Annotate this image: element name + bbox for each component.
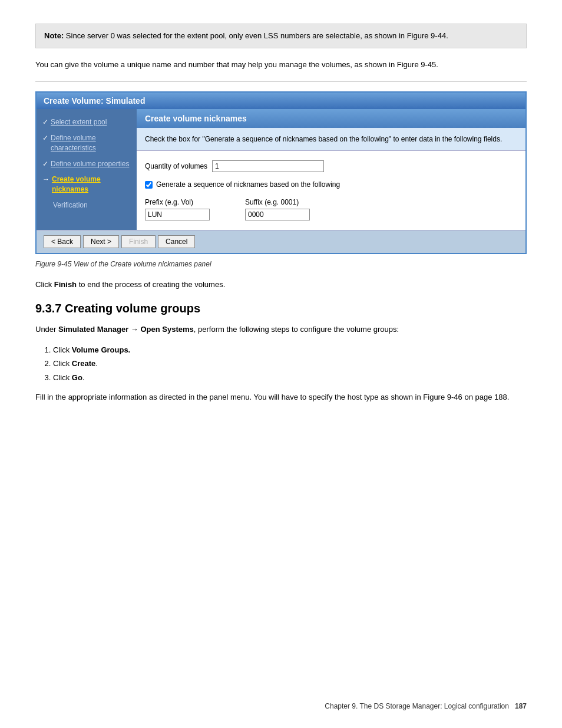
wizard-footer: < Back Next > Finish Cancel <box>37 230 525 253</box>
wizard-body: ✓ Select extent pool ✓ Define volume cha… <box>37 109 525 230</box>
sidebar-item-verification: Verification <box>42 200 131 210</box>
quantity-input[interactable] <box>212 160 324 172</box>
suffix-label: Suffix (e.g. 0001) <box>245 198 310 206</box>
sidebar-item-define-characteristics[interactable]: ✓ Define volume characteristics <box>42 133 131 153</box>
suffix-group: Suffix (e.g. 0001) <box>245 198 310 220</box>
step2-bold: Create <box>72 359 95 368</box>
prefix-label: Prefix (e.g. Vol) <box>145 198 210 206</box>
section-intro: Under Simulated Manager → Open Systems, … <box>35 324 527 336</box>
arrow-icon: → <box>42 174 49 185</box>
generate-sequence-checkbox[interactable] <box>145 181 153 189</box>
content-description: Check the box for "Generate a sequence o… <box>137 128 525 151</box>
sidebar-item-define-properties[interactable]: ✓ Define volume properties <box>42 159 131 169</box>
figure-caption: Figure 9-45 View of the Create volume ni… <box>35 260 527 268</box>
wizard-sidebar: ✓ Select extent pool ✓ Define volume cha… <box>37 109 137 230</box>
sidebar-item-create-nicknames[interactable]: → Create volume nicknames <box>42 174 131 195</box>
click-finish-bold: Finish <box>54 280 77 289</box>
section-title: Creating volume groups <box>65 302 200 315</box>
wizard-content-area: Create volume nicknames Check the box fo… <box>137 109 525 230</box>
sidebar-link-define-properties[interactable]: Define volume properties <box>51 159 129 169</box>
page-footer: Chapter 9. The DS Storage Manager: Logic… <box>325 702 527 710</box>
steps-list: Click Volume Groups. Click Create. Click… <box>53 343 527 384</box>
sidebar-link-select-extent-pool[interactable]: Select extent pool <box>51 117 107 127</box>
sidebar-label-verification: Verification <box>53 200 88 210</box>
click-finish-prefix: Click <box>35 280 54 289</box>
back-button[interactable]: < Back <box>44 235 81 248</box>
step3-bold: Go <box>72 373 82 382</box>
list-item-3: Click Go. <box>53 371 527 384</box>
checkbox-row[interactable]: Generate a sequence of nicknames based o… <box>145 180 517 189</box>
content-header: Create volume nicknames <box>137 109 525 128</box>
section-intro-text: Under <box>35 325 58 334</box>
checkbox-label: Generate a sequence of nicknames based o… <box>156 180 340 189</box>
section-intro-rest: , perform the following steps to configu… <box>194 325 399 334</box>
content-form: Quantity of volumes Generate a sequence … <box>137 151 525 230</box>
finish-button[interactable]: Finish <box>121 235 156 248</box>
sidebar-link-create-nicknames[interactable]: Create volume nicknames <box>52 174 131 195</box>
fill-text: Fill in the appropriate information as d… <box>35 391 527 404</box>
section-heading: 9.3.7 Creating volume groups <box>35 302 527 315</box>
list-item-1: Click Volume Groups. <box>53 343 527 357</box>
prefix-suffix-row: Prefix (e.g. Vol) Suffix (e.g. 0001) <box>145 198 517 220</box>
check-icon-3: ✓ <box>42 159 48 169</box>
section-arrow: → <box>128 325 140 334</box>
section-bold2: Open Systems <box>140 325 193 334</box>
page-number: 187 <box>515 702 527 710</box>
check-icon-2: ✓ <box>42 133 48 143</box>
click-finish-rest: to end the process of creating the volum… <box>77 280 225 289</box>
wizard-panel: Create Volume: Simulated ✓ Select extent… <box>35 91 527 254</box>
prefix-group: Prefix (e.g. Vol) <box>145 198 210 220</box>
chapter-label: Chapter 9. The DS Storage Manager: Logic… <box>325 702 509 710</box>
sidebar-item-select-extent-pool[interactable]: ✓ Select extent pool <box>42 117 131 127</box>
note-box: Note: Since server 0 was selected for th… <box>35 24 527 48</box>
next-button[interactable]: Next > <box>83 235 119 248</box>
section-bold1: Simulated Manager <box>58 325 128 334</box>
prefix-input[interactable] <box>145 209 210 220</box>
wizard-title: Create Volume: Simulated <box>37 93 525 109</box>
intro-paragraph: You can give the volume a unique name an… <box>35 59 527 71</box>
check-icon-1: ✓ <box>42 117 48 127</box>
quantity-row: Quantity of volumes <box>145 160 517 172</box>
section-number: 9.3.7 <box>35 302 61 315</box>
sidebar-link-define-characteristics[interactable]: Define volume characteristics <box>51 133 131 153</box>
click-finish-paragraph: Click Finish to end the process of creat… <box>35 279 527 291</box>
list-item-2: Click Create. <box>53 357 527 370</box>
step1-bold: Volume Groups. <box>72 345 130 354</box>
cancel-button[interactable]: Cancel <box>158 235 195 248</box>
suffix-input[interactable] <box>245 209 310 220</box>
note-text: Since server 0 was selected for the exte… <box>66 31 448 40</box>
note-label: Note: <box>44 31 64 40</box>
quantity-label: Quantity of volumes <box>145 162 207 170</box>
